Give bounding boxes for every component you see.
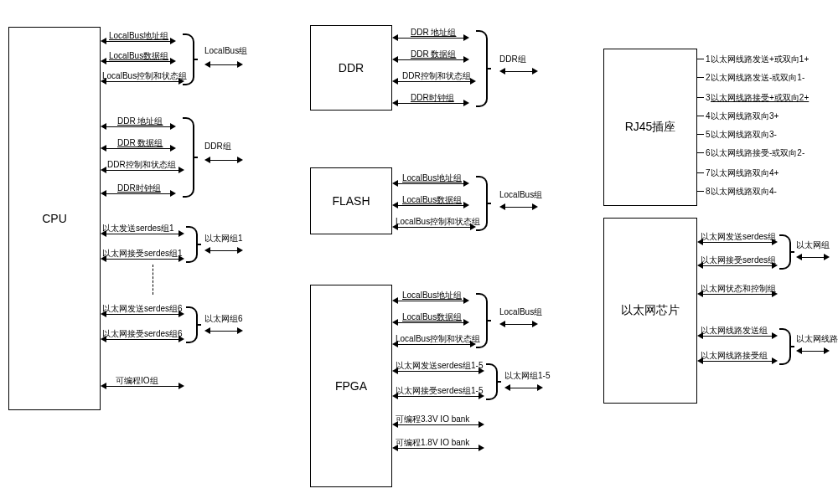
arrow-icon — [204, 60, 243, 69]
arrow-icon — [392, 223, 476, 231]
arrow-icon — [392, 367, 484, 375]
arrow-icon — [204, 327, 243, 335]
arrow-icon — [499, 320, 538, 328]
rj45-pin-7: 7 — [697, 172, 704, 173]
arrow-icon — [504, 383, 543, 392]
rj45-p5: 以太网线路双向3- — [711, 129, 777, 141]
arrow-icon — [101, 37, 176, 45]
cpu-eth-g6: 以太网组6 — [204, 313, 243, 325]
arrow-icon — [697, 290, 778, 298]
arrow-icon — [101, 144, 176, 152]
arrow-icon — [101, 166, 184, 174]
arrow-icon — [101, 57, 176, 65]
arrow-icon — [101, 382, 184, 390]
arrow-icon — [392, 444, 484, 452]
arrow-icon — [697, 261, 778, 270]
arrow-icon — [101, 310, 184, 318]
arrow-icon — [392, 179, 469, 188]
arrow-icon — [796, 253, 830, 261]
arrow-icon — [796, 347, 830, 355]
arrow-icon — [392, 420, 484, 429]
rj45-pin-1: 1 — [697, 59, 704, 59]
arrow-icon — [392, 55, 469, 64]
ethchip-line-group: 以太网线路组 — [796, 333, 838, 345]
rj45-pin-5: 5 — [697, 134, 704, 135]
brace-icon — [183, 33, 194, 85]
rj45-pin-2: 2 — [697, 77, 704, 78]
arrow-icon — [204, 156, 243, 164]
arrow-icon — [392, 392, 484, 400]
rj45-title: RJ45插座 — [625, 120, 676, 135]
brace-icon — [486, 363, 498, 400]
arrow-icon — [392, 340, 476, 348]
cpu-lb-group: LocalBus组 — [204, 45, 247, 57]
fpga-eth-group: 以太网组1-5 — [504, 370, 550, 382]
ethchip-group: 以太网组 — [796, 239, 830, 251]
rj45-p7: 以太网线路双向4+ — [711, 167, 779, 179]
ellipsis-dash — [153, 265, 153, 295]
arrow-icon — [101, 335, 184, 343]
arrow-icon — [697, 357, 778, 365]
rj45-p4: 以太网线路双向3+ — [711, 111, 779, 122]
cpu-block: CPU — [8, 27, 101, 410]
ddr-group: DDR组 — [499, 54, 526, 65]
fpga-title: FPGA — [335, 379, 367, 393]
fpga-lb-group: LocalBus组 — [499, 306, 542, 318]
arrow-icon — [204, 246, 243, 255]
arrow-icon — [697, 238, 778, 246]
arrow-icon — [499, 203, 538, 211]
arrow-icon — [392, 99, 469, 107]
rj45-pin-4: 4 — [697, 116, 704, 116]
arrow-icon — [392, 77, 476, 85]
cpu-ddr-group: DDR组 — [204, 141, 231, 152]
brace-icon — [476, 293, 488, 348]
ethchip-block: 以太网芯片 — [603, 218, 697, 404]
arrow-icon — [392, 33, 469, 42]
brace-icon — [183, 117, 194, 198]
ethchip-title: 以太网芯片 — [621, 303, 680, 318]
arrow-icon — [101, 229, 184, 238]
flash-block: FLASH — [310, 167, 392, 234]
arrow-icon — [101, 122, 176, 131]
arrow-icon — [392, 318, 469, 327]
brace-icon — [186, 226, 198, 263]
cpu-eth-g1: 以太网组1 — [204, 233, 243, 244]
brace-icon — [476, 30, 488, 107]
arrow-icon — [392, 201, 469, 209]
arrow-icon — [101, 255, 184, 263]
ddr-title: DDR — [339, 61, 364, 75]
arrow-icon — [697, 332, 778, 340]
rj45-p8: 以太网线路双向4- — [711, 186, 777, 198]
arrow-icon — [499, 67, 538, 75]
ddr-block: DDR — [310, 25, 392, 111]
brace-icon — [186, 306, 198, 343]
arrow-icon — [101, 189, 176, 198]
brace-icon — [779, 234, 791, 270]
arrow-icon — [101, 77, 184, 85]
cpu-title: CPU — [42, 212, 67, 225]
rj45-p2: 以太网线路发送-或双向1- — [711, 72, 804, 84]
rj45-p1: 以太网线路发送+或双向1+ — [711, 54, 809, 65]
rj45-p6: 以太网线路接受-或双向2- — [711, 147, 804, 159]
arrow-icon — [392, 296, 469, 305]
flash-lb-group: LocalBus组 — [499, 189, 542, 201]
rj45-pin-8: 8 — [697, 191, 704, 192]
brace-icon — [476, 176, 488, 231]
flash-title: FLASH — [332, 194, 370, 208]
rj45-block: RJ45插座 — [603, 49, 697, 206]
rj45-p3: 以太网线路接受+或双向2+ — [711, 92, 809, 104]
brace-icon — [779, 328, 791, 365]
rj45-pin-6: 6 — [697, 152, 704, 153]
fpga-block: FPGA — [310, 285, 392, 487]
rj45-pin-3: 3 — [697, 97, 704, 98]
